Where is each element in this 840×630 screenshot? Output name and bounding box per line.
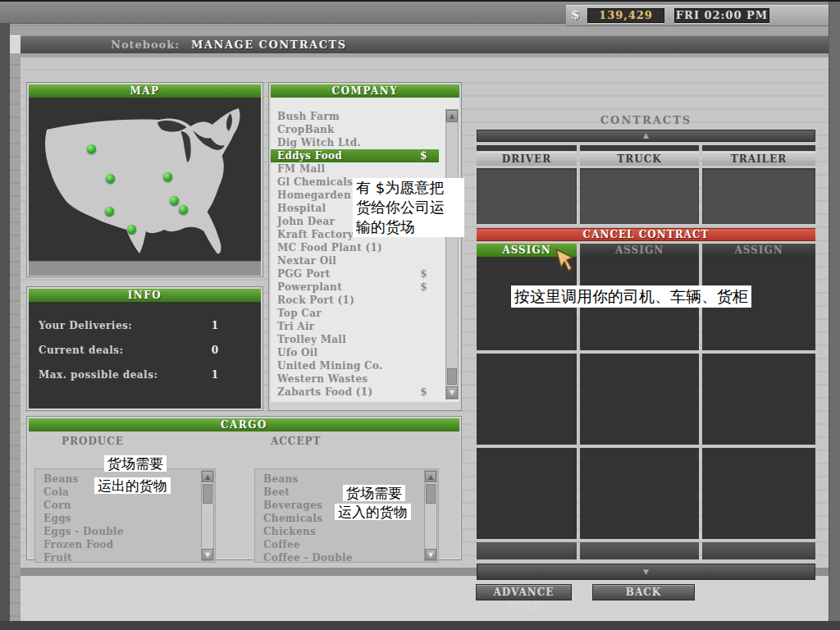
contracts-widget: ▲ CANCEL CONTRACT ▼ DRIVERASSIGNTRUCKASS… [477, 130, 815, 580]
company-item[interactable]: Eddys Food$ [271, 149, 439, 162]
scroll-down-button[interactable]: ▼ [425, 549, 436, 560]
company-item[interactable]: Top Car [271, 307, 439, 320]
map-dots [35, 102, 254, 258]
produce-item[interactable]: Fruit [35, 551, 215, 564]
bottom-frame-edge [0, 621, 840, 630]
produce-item[interactable]: Eggs [35, 512, 215, 525]
company-item-name: Trolley Mall [277, 334, 346, 345]
back-button[interactable]: BACK [592, 584, 695, 600]
company-item[interactable]: Trolley Mall [271, 333, 439, 346]
map-location-dot[interactable] [87, 144, 96, 153]
accept-item[interactable]: Beans [255, 472, 438, 486]
column-bottom-strip [580, 542, 699, 559]
company-item-name: Hospital [277, 203, 326, 214]
scrollbar-thumb[interactable] [203, 484, 212, 504]
produce-item[interactable]: Frozen Food [35, 538, 215, 551]
produce-item[interactable]: Corn [35, 499, 215, 512]
company-item[interactable]: Powerplant$ [271, 281, 439, 294]
accept-scrollbar[interactable]: ▲ ▼ [424, 470, 437, 561]
company-item-name: CropBank [277, 124, 335, 135]
contract-grid-cell [702, 448, 815, 539]
column-top-strip [477, 145, 577, 151]
accept-item[interactable]: Chickens [255, 525, 438, 538]
company-item[interactable]: Rock Port (1) [271, 294, 439, 307]
map-location-dot[interactable] [163, 172, 172, 181]
company-item-name: Top Car [277, 308, 322, 319]
company-item-name: PGG Port [277, 268, 331, 280]
map-location-dot[interactable] [127, 225, 136, 234]
money-value: 139,429 [587, 8, 664, 23]
map-panel-title: MAP [29, 84, 261, 98]
dollar-badge: $ [420, 149, 427, 162]
map-location-dot[interactable] [105, 207, 114, 216]
company-item-name: Dig Witch Ltd. [277, 137, 361, 148]
company-item-name: Rock Port (1) [277, 294, 354, 306]
info-panel-title: INFO [29, 289, 261, 302]
company-item[interactable]: FM Mall [271, 162, 439, 176]
scroll-down-button[interactable]: ▼ [446, 386, 458, 399]
company-item-name: Gl Chemicals [277, 176, 353, 188]
tutorial-tooltip-company: 有 $为愿意把 货给你公司运 输的货场 [353, 178, 464, 237]
footer-area [21, 576, 829, 621]
info-row: Max. possible deals:1 [29, 363, 261, 387]
company-item[interactable]: Zabarts Food (1)$ [271, 386, 439, 399]
scroll-up-button[interactable]: ▲ [446, 110, 458, 122]
map-panel-footer [29, 261, 261, 276]
company-item[interactable]: MC Food Plant (1) [271, 241, 439, 254]
map-location-dot[interactable] [106, 174, 115, 183]
company-item[interactable]: Western Wastes [271, 372, 439, 386]
map-location-dot[interactable] [170, 196, 179, 205]
notebook-label: Notebook: [111, 39, 180, 51]
cancel-contract-button[interactable]: CANCEL CONTRACT [477, 228, 815, 241]
tutorial-tooltip-produce-1: 货场需要 [104, 455, 167, 472]
us-map [29, 98, 261, 261]
scrollbar-thumb[interactable] [447, 368, 457, 385]
company-item-name: Ufo Oil [277, 347, 317, 358]
dollar-badge: $ [420, 386, 427, 399]
company-panel: COMPANY Bush FarmCropBankDig Witch Ltd.E… [271, 84, 459, 409]
advance-time-button[interactable]: ADVANCE TIME [476, 584, 572, 600]
map-location-dot[interactable] [179, 205, 188, 214]
dollar-icon: $ [571, 7, 579, 22]
right-frame-edge [829, 2, 840, 630]
time-value: FRI 02:00 PM [674, 8, 769, 23]
accept-item[interactable]: Coffee - Double [255, 551, 438, 564]
contracts-scroll-down[interactable]: ▼ [477, 564, 815, 580]
tooltip-line: 有 $为愿意把 [356, 178, 461, 198]
company-item[interactable]: Ufo Oil [271, 346, 439, 359]
info-row: Current deals:0 [29, 338, 261, 363]
contract-grid-cell [477, 354, 577, 445]
company-item[interactable]: PGG Port$ [271, 267, 439, 281]
company-item[interactable]: CropBank [271, 123, 439, 136]
company-item-name: Eddys Food [277, 150, 342, 162]
tutorial-tooltip-accept-1: 货场需要 [343, 485, 405, 501]
company-item[interactable]: Dig Witch Ltd. [271, 136, 439, 149]
company-item[interactable]: Tri Air [271, 320, 439, 333]
assign-button-truck[interactable]: ASSIGN [580, 244, 699, 257]
scrollbar-thumb[interactable] [426, 484, 436, 504]
company-list: Bush FarmCropBankDig Witch Ltd.Eddys Foo… [271, 98, 459, 402]
produce-item[interactable]: Eggs - Double [35, 525, 215, 538]
cargo-panel-title: CARGO [29, 418, 459, 431]
scroll-down-button[interactable]: ▼ [202, 549, 213, 560]
contracts-scroll-up[interactable]: ▲ [477, 130, 815, 142]
accept-item[interactable]: Coffee [255, 538, 438, 551]
scroll-up-button[interactable]: ▲ [425, 471, 436, 482]
info-row-value: 0 [212, 338, 218, 363]
scroll-up-button[interactable]: ▲ [202, 471, 213, 482]
info-rows: Your Deliveries:1Current deals:0Max. pos… [29, 302, 261, 409]
page-title: MANAGE CONTRACTS [191, 39, 347, 51]
tooltip-line: 货给你公司运 [356, 198, 461, 217]
company-item-name: Homegarden [277, 189, 351, 201]
company-item[interactable]: United Mining Co. [271, 359, 439, 372]
contract-slot-truck [580, 168, 699, 224]
dollar-badge: $ [420, 281, 427, 294]
accept-label: ACCEPT [271, 436, 322, 447]
company-item[interactable]: Nextar Oil [271, 254, 439, 267]
assign-button-trailer[interactable]: ASSIGN [702, 244, 815, 257]
left-frame-edge [0, 23, 10, 622]
company-item[interactable]: Bush Farm [271, 110, 439, 123]
column-bottom-strip [477, 542, 577, 559]
produce-scrollbar[interactable]: ▲ ▼ [201, 470, 214, 561]
company-scrollbar[interactable]: ▲ ▼ [445, 109, 459, 399]
